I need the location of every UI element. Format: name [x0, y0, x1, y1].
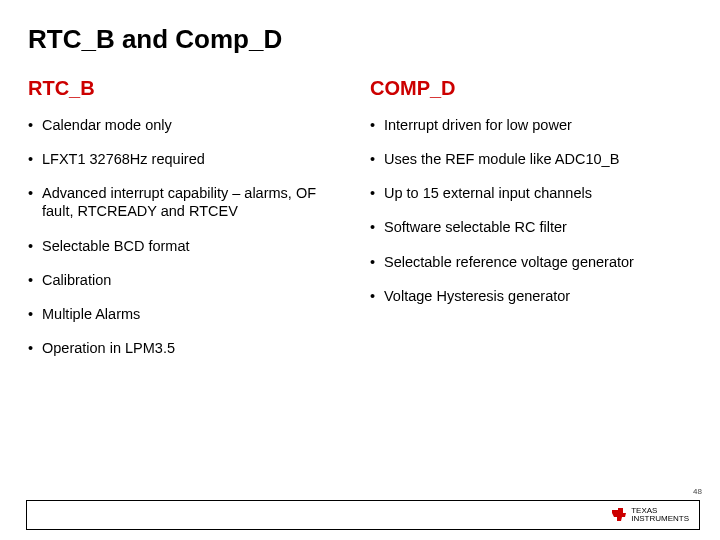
content-columns: RTC_B Calendar mode only LFXT1 32768Hz r…	[28, 77, 692, 373]
right-list: Interrupt driven for low power Uses the …	[370, 116, 692, 305]
list-item: Software selectable RC filter	[370, 218, 692, 236]
left-column: RTC_B Calendar mode only LFXT1 32768Hz r…	[28, 77, 350, 373]
right-column: COMP_D Interrupt driven for low power Us…	[370, 77, 692, 373]
left-list: Calendar mode only LFXT1 32768Hz require…	[28, 116, 350, 357]
slide-title: RTC_B and Comp_D	[28, 24, 692, 55]
list-item: Selectable reference voltage generator	[370, 253, 692, 271]
list-item: Multiple Alarms	[28, 305, 350, 323]
page-number: 48	[693, 487, 702, 496]
list-item: Uses the REF module like ADC10_B	[370, 150, 692, 168]
ti-text-line2: INSTRUMENTS	[631, 515, 689, 523]
footer-bar: TEXAS INSTRUMENTS	[26, 500, 700, 530]
slide: RTC_B and Comp_D RTC_B Calendar mode onl…	[0, 0, 720, 540]
list-item: Calendar mode only	[28, 116, 350, 134]
ti-logo: TEXAS INSTRUMENTS	[611, 507, 689, 523]
list-item: Up to 15 external input channels	[370, 184, 692, 202]
list-item: Operation in LPM3.5	[28, 339, 350, 357]
list-item: LFXT1 32768Hz required	[28, 150, 350, 168]
right-heading: COMP_D	[370, 77, 692, 100]
list-item: Interrupt driven for low power	[370, 116, 692, 134]
list-item: Selectable BCD format	[28, 237, 350, 255]
ti-logo-icon	[611, 508, 627, 522]
list-item: Calibration	[28, 271, 350, 289]
list-item: Advanced interrupt capability – alarms, …	[28, 184, 350, 220]
list-item: Voltage Hysteresis generator	[370, 287, 692, 305]
left-heading: RTC_B	[28, 77, 350, 100]
ti-logo-text: TEXAS INSTRUMENTS	[631, 507, 689, 523]
